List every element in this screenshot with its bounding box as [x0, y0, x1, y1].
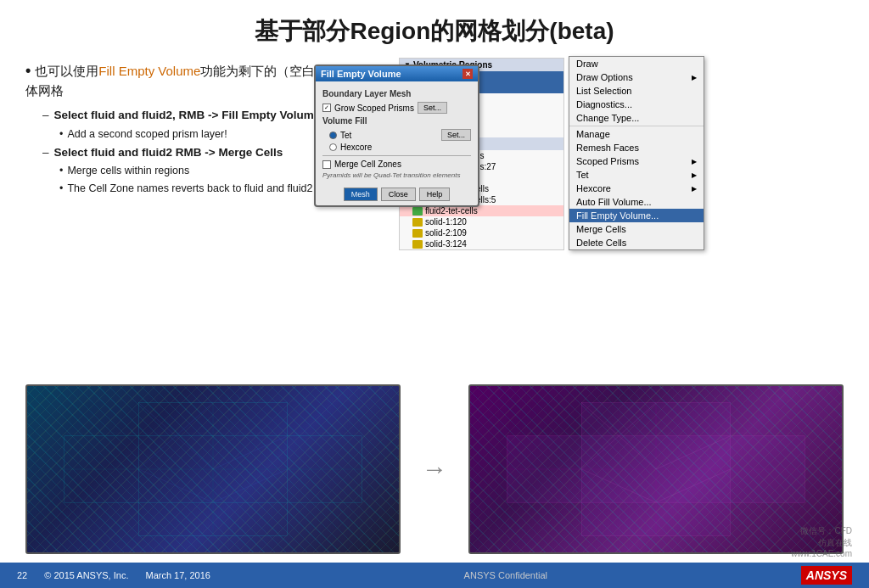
- dialog-grow-scoped-row: ✓ Grow Scoped Prisms Set...: [322, 102, 471, 114]
- tree-item-solid1-120-label: solid-1:120: [425, 217, 467, 227]
- svg-line-6: [213, 436, 288, 469]
- slide-header: 基于部分Region的网格划分(beta): [0, 0, 869, 56]
- arrow-container: →: [418, 455, 451, 484]
- sub-bullet-2-text: Merge cells within regions: [67, 164, 189, 179]
- tree-item-solid1-120[interactable]: solid-1:120: [400, 216, 563, 227]
- dialog-radio-group: Tet Set... Hexcore: [329, 129, 471, 152]
- grow-scoped-label: Grow Scoped Prisms: [334, 104, 414, 113]
- mesh-svg-left: [27, 386, 399, 552]
- menu-item-manage[interactable]: Manage: [569, 127, 704, 141]
- menu-item-change-type-label: Change Type...: [576, 113, 639, 123]
- slide-body: 也可以使用Fill Empty Volume功能为剩下的（空白）区域划分体网格 …: [0, 56, 869, 376]
- menu-item-delete-cells[interactable]: Delete Cells: [569, 236, 704, 249]
- menu-item-draw-options-label: Draw Options: [576, 72, 633, 82]
- menu-item-scoped-prisms[interactable]: Scoped Prisms ▶: [569, 154, 704, 168]
- dialog-help-button[interactable]: Help: [419, 188, 451, 201]
- merge-checkbox[interactable]: [322, 160, 331, 169]
- menu-item-merge-cells-label: Merge Cells: [576, 224, 626, 234]
- dialog-close-btn[interactable]: Close: [381, 188, 416, 201]
- menu-item-tet[interactable]: Tet ▶: [569, 168, 704, 182]
- draw-options-arrow: ▶: [692, 74, 697, 81]
- footer-copyright: © 2015 ANSYS, Inc.: [44, 570, 128, 580]
- menu-item-hexcore[interactable]: Hexcore ▶: [569, 182, 704, 195]
- merge-label: Merge Cell Zones: [334, 160, 401, 169]
- ansys-logo: ANSYS: [801, 566, 852, 585]
- dialog-title-bar: Fill Empty Volume ✕: [316, 66, 478, 81]
- watermark: 微信号：CFD 仿真在线 www.1CAE.com: [791, 525, 852, 558]
- dialog-hexcore-row: Hexcore: [329, 143, 471, 152]
- footer-right: ANSYS: [801, 566, 852, 585]
- hexcore-arrow: ▶: [692, 185, 697, 193]
- right-content: ▼ Volumetric Regions fluid fluid2 solid-…: [399, 56, 844, 376]
- menu-item-auto-fill[interactable]: Auto Fill Volume...: [569, 195, 704, 209]
- tet-radio[interactable]: [329, 132, 337, 139]
- menu-item-fill-empty-label: Fill Empty Volume...: [576, 210, 659, 221]
- menu-item-scoped-prisms-label: Scoped Prisms: [576, 156, 639, 166]
- menu-item-change-type[interactable]: Change Type...: [569, 111, 704, 125]
- dialog-content: Boundary Layer Mesh ✓ Grow Scoped Prisms…: [316, 81, 478, 184]
- solid3-124-icon: [412, 240, 423, 249]
- right-arrow: →: [422, 455, 447, 484]
- hexcore-radio[interactable]: [329, 143, 337, 151]
- scoped-prisms-arrow: ▶: [692, 158, 697, 165]
- menu-item-hexcore-label: Hexcore: [576, 183, 611, 193]
- sub-bullet-3-text: The Cell Zone names reverts back to flui…: [67, 182, 312, 197]
- menu-item-diagnostics-label: Diagnostics...: [576, 99, 632, 109]
- menu-item-manage-label: Manage: [576, 129, 610, 139]
- context-menu: Draw Draw Options ▶ List Selection Diagn…: [569, 56, 704, 250]
- watermark-text-1: 微信号：CFD: [791, 525, 852, 537]
- menu-item-merge-cells[interactable]: Merge Cells: [569, 222, 704, 236]
- footer-date: March 17, 2016: [145, 570, 210, 580]
- solid2-109-icon: [412, 229, 423, 238]
- menu-item-remesh-faces-label: Remesh Faces: [576, 143, 639, 153]
- footer-confidential: ANSYS Confidential: [464, 570, 547, 580]
- slide-title: 基于部分Region的网格划分(beta): [34, 15, 835, 48]
- tree-item-solid3-124-label: solid-3:124: [425, 239, 467, 249]
- footer-left: 22 © 2015 ANSYS, Inc. March 17, 2016: [17, 570, 210, 580]
- menu-item-fill-empty[interactable]: Fill Empty Volume...: [569, 209, 704, 222]
- watermark-text-2: 仿真在线: [791, 537, 852, 549]
- mesh-image-before: [25, 384, 401, 554]
- dialog-close-button[interactable]: ✕: [463, 69, 473, 79]
- menu-item-list-selection[interactable]: List Selection: [569, 84, 704, 98]
- tet-label: Tet: [340, 131, 351, 140]
- menu-separator-1: [569, 126, 704, 126]
- solid1-120-icon: [412, 218, 423, 227]
- fluid2-tet-icon: [412, 207, 423, 216]
- tet-set-button[interactable]: Set...: [441, 129, 471, 141]
- svg-line-8: [213, 469, 288, 502]
- menu-item-diagnostics[interactable]: Diagnostics...: [569, 98, 704, 111]
- dialog-note: Pyramids will be Quad-Tet transition ele…: [322, 171, 471, 179]
- tree-item-fluid2-tet-label: fluid2-tet-cells: [425, 206, 478, 216]
- menu-item-draw-options[interactable]: Draw Options ▶: [569, 70, 704, 84]
- grow-scoped-set-button[interactable]: Set...: [418, 102, 447, 114]
- slide-footer: 22 © 2015 ANSYS, Inc. March 17, 2016 ANS…: [0, 563, 869, 588]
- dialog-tet-row: Tet Set...: [329, 129, 471, 141]
- menu-item-list-selection-label: List Selection: [576, 86, 631, 96]
- fill-empty-highlight: Fill Empty Volume: [98, 64, 200, 78]
- dash-item-1-text: Select fluid and fluid2, RMB -> Fill Emp…: [54, 108, 321, 124]
- menu-item-remesh-faces[interactable]: Remesh Faces: [569, 141, 704, 154]
- bottom-images: →: [0, 376, 869, 563]
- dialog-fill-empty-volume: Fill Empty Volume ✕ Boundary Layer Mesh …: [314, 64, 479, 207]
- tree-item-solid3-124[interactable]: solid-3:124: [400, 238, 563, 249]
- dialog-boundary-layer-title: Boundary Layer Mesh: [322, 89, 471, 98]
- sub-bullet-1-text: Add a second scoped prism layer!: [67, 127, 227, 143]
- menu-item-tet-label: Tet: [576, 170, 589, 180]
- tree-item-solid2-109-label: solid-2:109: [425, 228, 467, 238]
- mesh-image-after: [468, 384, 844, 554]
- hexcore-label: Hexcore: [340, 143, 372, 152]
- dialog-mesh-button[interactable]: Mesh: [344, 188, 378, 201]
- dialog-title-text: Fill Empty Volume: [321, 69, 401, 79]
- dialog-volume-fill-title: Volume Fill: [322, 116, 471, 126]
- menu-item-delete-cells-label: Delete Cells: [576, 238, 626, 248]
- tree-item-solid2-109[interactable]: solid-2:109: [400, 227, 563, 238]
- footer-center: ANSYS Confidential: [464, 570, 547, 580]
- menu-item-draw[interactable]: Draw: [569, 57, 704, 70]
- dash-item-2-text: Select fluid and fluid2 RMB -> Merge Cel…: [54, 145, 283, 161]
- menu-item-auto-fill-label: Auto Fill Volume...: [576, 197, 652, 207]
- footer-page-number: 22: [17, 570, 27, 580]
- menu-item-draw-label: Draw: [576, 59, 598, 69]
- grow-scoped-checkbox[interactable]: ✓: [322, 104, 331, 112]
- tet-arrow: ▶: [692, 171, 697, 179]
